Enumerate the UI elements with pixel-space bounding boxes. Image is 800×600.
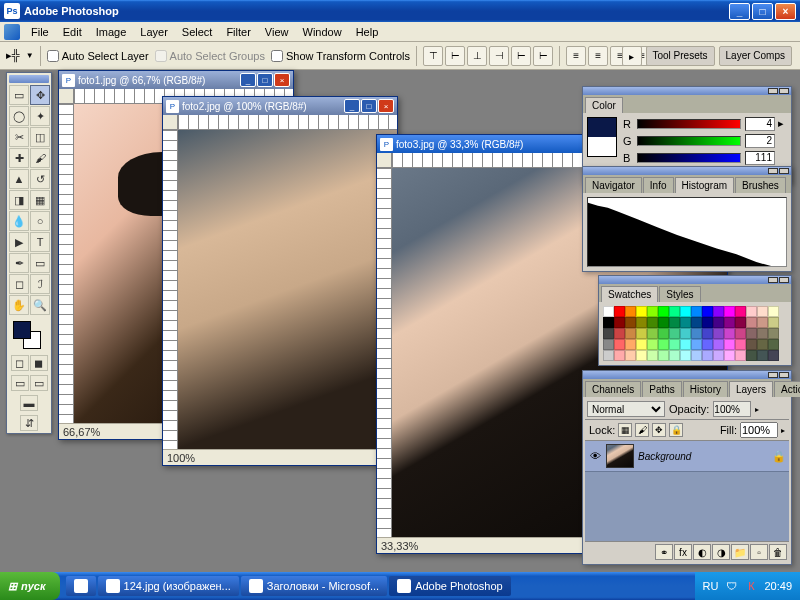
menu-window[interactable]: Window — [296, 24, 349, 40]
delete-layer-button[interactable]: 🗑 — [769, 544, 787, 560]
swatch[interactable] — [625, 339, 636, 350]
lock-pixels-button[interactable]: 🖌 — [635, 423, 649, 437]
zoom-level[interactable]: 33,33% — [381, 540, 418, 552]
swatch[interactable] — [647, 328, 658, 339]
swatch[interactable] — [636, 306, 647, 317]
show-transform-checkbox[interactable]: Show Transform Controls — [271, 50, 410, 62]
swatch[interactable] — [713, 306, 724, 317]
panel-close-button[interactable] — [779, 168, 789, 174]
screen-mode-2-button[interactable]: ▭ — [30, 375, 48, 391]
swatch[interactable] — [647, 317, 658, 328]
pen-tool[interactable]: ✒ — [9, 253, 29, 273]
layer-row[interactable]: 👁 Background 🔒 — [585, 441, 789, 472]
toolbox-grip[interactable] — [9, 75, 49, 83]
swatch[interactable] — [702, 306, 713, 317]
tab-styles[interactable]: Styles — [659, 286, 700, 302]
ruler-vertical[interactable] — [59, 104, 74, 423]
lasso-tool[interactable]: ◯ — [9, 106, 29, 126]
swatch[interactable] — [757, 328, 768, 339]
document-titlebar[interactable]: P foto1.jpg @ 66,7% (RGB/8#) _□× — [59, 71, 293, 89]
fill-dropdown-icon[interactable]: ▸ — [781, 426, 785, 435]
swatch[interactable] — [702, 339, 713, 350]
hand-tool[interactable]: ✋ — [9, 295, 29, 315]
layer-mask-button[interactable]: ◐ — [693, 544, 711, 560]
tab-histogram[interactable]: Histogram — [675, 177, 735, 193]
screen-mode-3-button[interactable]: ▬ — [20, 395, 38, 411]
menu-image[interactable]: Image — [89, 24, 134, 40]
taskbar-item[interactable]: Заголовки - Microsof... — [241, 576, 387, 596]
eyedropper-tool[interactable]: ℐ — [30, 274, 50, 294]
quick-mask-button[interactable]: ◼ — [30, 355, 48, 371]
swatch[interactable] — [603, 350, 614, 361]
tab-layers[interactable]: Layers — [729, 381, 773, 397]
swatch[interactable] — [680, 339, 691, 350]
swatch[interactable] — [713, 317, 724, 328]
panel-menu-button[interactable]: ▸ — [775, 117, 787, 165]
doc-close-button[interactable]: × — [378, 99, 394, 113]
maximize-button[interactable]: □ — [752, 3, 773, 20]
swatch[interactable] — [658, 306, 669, 317]
taskbar-item-active[interactable]: Adobe Photoshop — [389, 576, 510, 596]
swatch[interactable] — [680, 328, 691, 339]
swatch[interactable] — [614, 306, 625, 317]
swatch[interactable] — [713, 350, 724, 361]
opacity-dropdown-icon[interactable]: ▸ — [755, 405, 759, 414]
panel-minimize-button[interactable] — [768, 88, 778, 94]
tool-presets-tab[interactable]: Tool Presets — [646, 46, 715, 66]
swatch[interactable] — [724, 328, 735, 339]
swatch[interactable] — [614, 317, 625, 328]
start-button[interactable]: ⊞пуск — [0, 572, 60, 600]
swatch[interactable] — [658, 317, 669, 328]
eraser-tool[interactable]: ◨ — [9, 190, 29, 210]
ruler-horizontal[interactable] — [178, 115, 397, 130]
tab-paths[interactable]: Paths — [642, 381, 682, 397]
menu-filter[interactable]: Filter — [219, 24, 257, 40]
g-slider[interactable] — [637, 136, 741, 146]
swatch[interactable] — [724, 306, 735, 317]
swatch[interactable] — [768, 350, 779, 361]
swatch[interactable] — [746, 339, 757, 350]
layer-comps-tab[interactable]: Layer Comps — [719, 46, 792, 66]
palette-well-toggle-icon[interactable]: ▸ — [622, 46, 642, 66]
close-button[interactable]: × — [775, 3, 796, 20]
swatch[interactable] — [614, 339, 625, 350]
document-titlebar[interactable]: P foto2.jpg @ 100% (RGB/8#) _□× — [163, 97, 397, 115]
swatch[interactable] — [724, 317, 735, 328]
swatch[interactable] — [757, 317, 768, 328]
new-group-button[interactable]: 📁 — [731, 544, 749, 560]
type-tool[interactable]: T — [30, 232, 50, 252]
swatch[interactable] — [735, 328, 746, 339]
swatch[interactable] — [680, 350, 691, 361]
swatch[interactable] — [647, 306, 658, 317]
swatch[interactable] — [724, 339, 735, 350]
ruler-vertical[interactable] — [377, 168, 392, 537]
gradient-tool[interactable]: ▦ — [30, 190, 50, 210]
swatch[interactable] — [691, 328, 702, 339]
tab-actions[interactable]: Actions — [774, 381, 800, 397]
swatch[interactable] — [669, 328, 680, 339]
visibility-toggle-icon[interactable]: 👁 — [588, 449, 602, 463]
swatch[interactable] — [691, 350, 702, 361]
swatch[interactable] — [636, 317, 647, 328]
swatch[interactable] — [658, 339, 669, 350]
menu-view[interactable]: View — [258, 24, 296, 40]
layer-style-button[interactable]: fx — [674, 544, 692, 560]
swatch[interactable] — [702, 328, 713, 339]
swatch[interactable] — [669, 317, 680, 328]
swatch[interactable] — [757, 350, 768, 361]
menu-help[interactable]: Help — [349, 24, 386, 40]
slice-tool[interactable]: ◫ — [30, 127, 50, 147]
swatch[interactable] — [735, 306, 746, 317]
tray-icon[interactable]: К — [744, 579, 758, 593]
g-value[interactable]: 2 — [745, 134, 775, 148]
swatch[interactable] — [768, 306, 779, 317]
swatch[interactable] — [757, 339, 768, 350]
new-layer-button[interactable]: ▫ — [750, 544, 768, 560]
standard-mode-button[interactable]: ◻ — [11, 355, 29, 371]
canvas[interactable] — [178, 130, 397, 449]
swatch[interactable] — [746, 328, 757, 339]
minimize-button[interactable]: _ — [729, 3, 750, 20]
layer-thumbnail[interactable] — [606, 444, 634, 468]
panel-grip[interactable] — [599, 276, 791, 284]
swatch[interactable] — [691, 317, 702, 328]
